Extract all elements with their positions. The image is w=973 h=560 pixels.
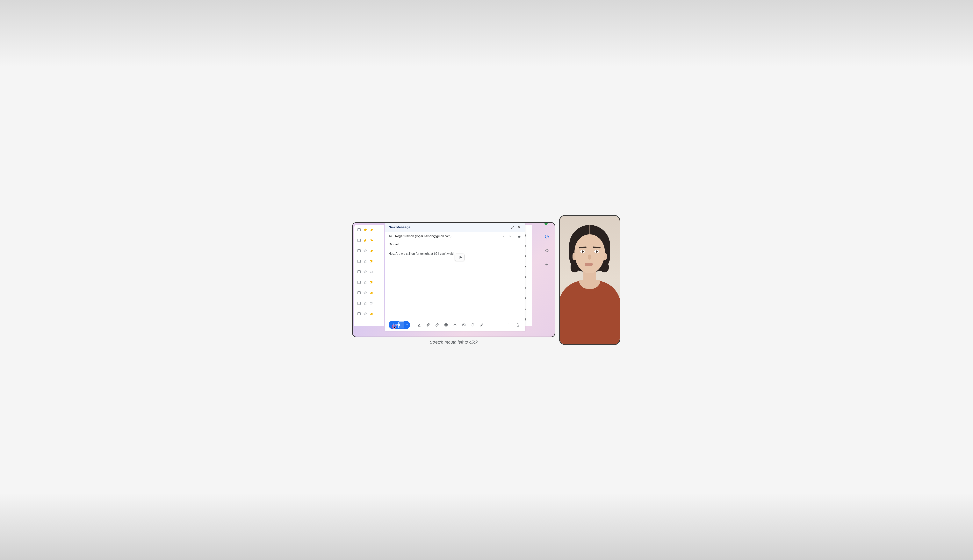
star-icon[interactable] (363, 291, 367, 295)
importance-icon[interactable] (370, 291, 373, 295)
to-field[interactable]: Roger Nelson (roger.nelson@gmail.com) (395, 235, 498, 238)
compose-dialog: New Message To Roger Nelson (roger.nelso… (385, 223, 525, 331)
inbox-row[interactable] (354, 309, 385, 319)
discard-draft-icon[interactable] (514, 321, 522, 329)
checkbox[interactable] (358, 302, 361, 305)
compose-header[interactable]: New Message (385, 223, 525, 232)
checkbox[interactable] (358, 312, 361, 315)
to-label: To (389, 235, 392, 238)
attach-file-icon[interactable] (424, 321, 432, 329)
importance-icon[interactable] (370, 238, 373, 242)
svg-point-12 (509, 325, 509, 325)
more-options-icon[interactable] (505, 321, 513, 329)
add-icon[interactable] (545, 262, 549, 267)
inbox-row[interactable] (354, 288, 385, 298)
cc-button[interactable]: cc (502, 235, 505, 238)
svg-rect-2 (459, 256, 460, 259)
star-icon[interactable] (363, 270, 367, 274)
checkbox[interactable] (358, 260, 361, 263)
lock-icon[interactable] (518, 235, 521, 238)
close-icon[interactable] (516, 224, 522, 231)
message-body[interactable]: Hey, Are we still on for tonight at 6? I… (385, 249, 525, 318)
svg-rect-8 (463, 324, 465, 326)
user-face-icon (560, 216, 620, 344)
checkbox[interactable] (358, 281, 361, 284)
svg-point-7 (446, 324, 447, 325)
star-icon[interactable] (363, 238, 367, 242)
inbox-row[interactable] (354, 235, 385, 246)
importance-icon[interactable] (370, 260, 373, 263)
svg-point-5 (445, 323, 448, 326)
bcc-button[interactable]: bcc (509, 235, 513, 238)
insert-image-icon[interactable] (460, 321, 468, 329)
checkbox[interactable] (358, 249, 361, 252)
drive-icon[interactable] (451, 321, 459, 329)
importance-icon[interactable] (370, 302, 373, 305)
compose-toolbar: Send (385, 318, 525, 331)
star-icon[interactable] (363, 259, 367, 263)
svg-point-13 (509, 326, 509, 326)
presence-indicator-icon (545, 223, 548, 225)
importance-icon[interactable] (370, 249, 373, 253)
send-options-caret-icon[interactable] (404, 321, 410, 329)
checkbox[interactable] (358, 239, 361, 242)
compose-title: New Message (389, 225, 502, 229)
webcam-view (559, 215, 620, 345)
inbox-row[interactable] (354, 267, 385, 277)
fullscreen-icon[interactable] (509, 224, 516, 231)
importance-icon[interactable] (370, 281, 373, 284)
minimize-icon[interactable] (502, 224, 509, 231)
checkbox[interactable] (358, 228, 361, 232)
inbox-row[interactable] (354, 225, 385, 235)
format-text-icon[interactable] (415, 321, 423, 329)
checkbox[interactable] (358, 291, 361, 294)
svg-rect-4 (461, 257, 462, 258)
checkbox[interactable] (358, 270, 361, 273)
importance-icon[interactable] (370, 270, 373, 273)
recipients-row[interactable]: To Roger Nelson (roger.nelson@gmail.com)… (385, 232, 525, 240)
desktop-window: 187778755 New Message (352, 222, 555, 337)
insert-link-icon[interactable] (433, 321, 441, 329)
star-icon[interactable] (363, 302, 367, 305)
send-highlight-icon (398, 322, 404, 328)
addons-icon[interactable] (545, 248, 549, 253)
inbox-list-strip (354, 225, 385, 326)
inbox-row[interactable] (354, 246, 385, 256)
svg-rect-1 (458, 257, 458, 258)
star-icon[interactable] (363, 312, 367, 316)
subject-field[interactable]: Dinner! (385, 240, 525, 249)
message-body-text: Hey, Are we still on for tonight at 6? I… (389, 252, 455, 255)
emoji-icon[interactable] (442, 321, 450, 329)
instruction-caption: Stretch mouth left to click (352, 340, 555, 345)
inbox-row[interactable] (354, 298, 385, 309)
right-side-panel (541, 232, 553, 267)
confidential-mode-icon[interactable] (469, 321, 477, 329)
star-icon[interactable] (363, 280, 367, 284)
inbox-row[interactable] (354, 277, 385, 288)
send-button[interactable]: Send (389, 321, 410, 329)
star-icon[interactable] (363, 228, 367, 232)
star-icon[interactable] (363, 249, 367, 253)
inbox-row[interactable] (354, 256, 385, 267)
tasks-icon[interactable] (545, 235, 549, 239)
svg-point-11 (509, 323, 509, 324)
cursor-icon (393, 326, 397, 330)
svg-point-6 (445, 324, 446, 325)
voice-input-icon[interactable] (455, 253, 465, 261)
importance-icon[interactable] (370, 228, 373, 232)
importance-icon[interactable] (370, 312, 373, 316)
signature-pen-icon[interactable] (478, 321, 486, 329)
svg-rect-3 (460, 256, 461, 258)
